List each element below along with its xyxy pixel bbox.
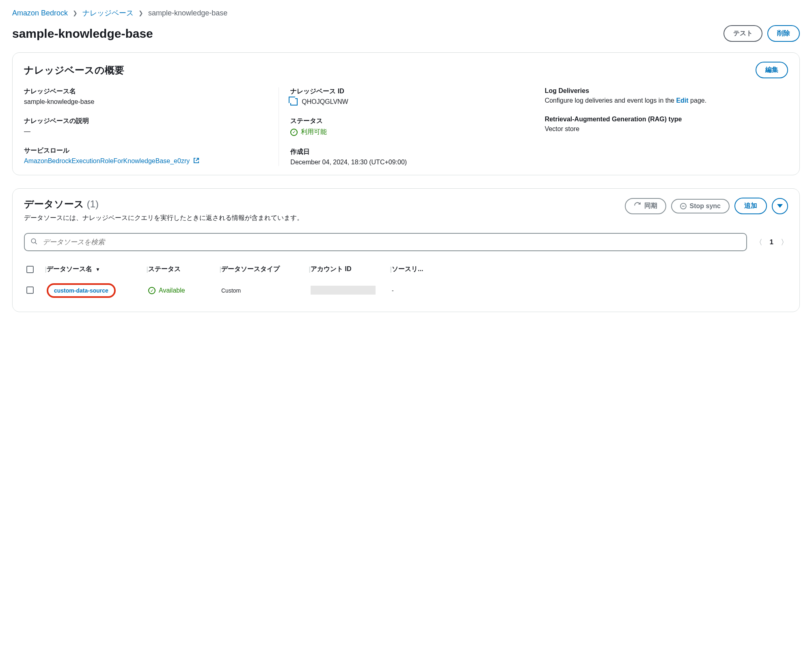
test-button[interactable]: テスト bbox=[723, 25, 762, 42]
actions-menu-button[interactable] bbox=[772, 198, 788, 214]
rag-type-label: Retrieval-Augmented Generation (RAG) typ… bbox=[545, 116, 780, 123]
status-label: ステータス bbox=[290, 117, 525, 125]
col-name[interactable]: データソース名 ▼| bbox=[47, 265, 148, 274]
row-source: - bbox=[392, 287, 432, 294]
select-all-checkbox[interactable] bbox=[26, 266, 34, 273]
add-button[interactable]: 追加 bbox=[734, 198, 767, 214]
datasource-title: データソース (1) bbox=[24, 198, 620, 211]
row-type: Custom bbox=[221, 287, 311, 294]
service-role-link[interactable]: AmazonBedrockExecutionRoleForKnowledgeBa… bbox=[24, 157, 199, 164]
datasource-count: (1) bbox=[87, 198, 99, 209]
kb-id-value: QHOJQGLVNW bbox=[302, 98, 348, 106]
sort-desc-icon: ▼ bbox=[95, 267, 100, 272]
highlight-annotation: custom-data-source bbox=[47, 283, 116, 298]
chevron-right-icon: ❯ bbox=[73, 10, 78, 16]
edit-button[interactable]: 編集 bbox=[756, 62, 788, 78]
breadcrumb-current: sample-knowledge-base bbox=[148, 9, 227, 17]
col-type[interactable]: データソースタイプ| bbox=[221, 265, 311, 274]
col-status[interactable]: ステータス| bbox=[148, 265, 221, 274]
page-header: sample-knowledge-base テスト 削除 bbox=[12, 25, 800, 42]
col-source[interactable]: ソースリ... bbox=[392, 265, 432, 274]
overview-title: ナレッジベースの概要 bbox=[24, 64, 124, 77]
kb-id-label: ナレッジベース ID bbox=[290, 87, 525, 96]
search-input[interactable] bbox=[43, 238, 741, 246]
breadcrumb-root[interactable]: Amazon Bedrock bbox=[12, 9, 68, 17]
table-header: | データソース名 ▼| ステータス| データソースタイプ| アカウント ID|… bbox=[24, 260, 788, 278]
log-edit-link[interactable]: Edit bbox=[676, 97, 688, 104]
svg-line-1 bbox=[35, 242, 37, 244]
datasource-description: データソースには、ナレッジベースにクエリを実行したときに返される情報が含まれてい… bbox=[24, 214, 620, 222]
kb-desc-value: — bbox=[24, 128, 270, 135]
datasource-panel: データソース (1) データソースには、ナレッジベースにクエリを実行したときに返… bbox=[12, 188, 800, 312]
kb-desc-label: ナレッジベースの説明 bbox=[24, 117, 270, 125]
log-deliveries-text: Configure log deliveries and event logs … bbox=[545, 97, 780, 104]
service-role-value: AmazonBedrockExecutionRoleForKnowledgeBa… bbox=[24, 157, 190, 164]
row-checkbox[interactable] bbox=[26, 286, 34, 294]
delete-button[interactable]: 削除 bbox=[767, 25, 800, 42]
created-value: December 04, 2024, 18:30 (UTC+09:00) bbox=[290, 159, 525, 166]
breadcrumb: Amazon Bedrock ❯ ナレッジベース ❯ sample-knowle… bbox=[12, 8, 800, 18]
account-id-redacted bbox=[311, 286, 376, 295]
external-link-icon bbox=[193, 157, 199, 165]
breadcrumb-section[interactable]: ナレッジベース bbox=[82, 8, 134, 18]
kb-name-label: ナレッジベース名 bbox=[24, 87, 270, 96]
service-role-label: サービスロール bbox=[24, 146, 270, 155]
page-next-button[interactable]: 〉 bbox=[781, 237, 788, 247]
created-label: 作成日 bbox=[290, 148, 525, 156]
page-number: 1 bbox=[770, 238, 773, 246]
row-status: Available bbox=[159, 287, 185, 294]
search-input-wrapper[interactable] bbox=[24, 233, 747, 251]
check-circle-icon: ✓ bbox=[148, 287, 155, 294]
log-deliveries-label: Log Deliveries bbox=[545, 87, 780, 95]
sync-button[interactable]: 同期 bbox=[625, 198, 666, 214]
datasource-table: | データソース名 ▼| ステータス| データソースタイプ| アカウント ID|… bbox=[24, 260, 788, 303]
refresh-icon bbox=[634, 202, 641, 211]
check-circle-icon: ✓ bbox=[290, 129, 298, 136]
stop-icon bbox=[680, 203, 687, 209]
col-account[interactable]: アカウント ID| bbox=[311, 265, 392, 274]
copy-icon[interactable] bbox=[290, 98, 298, 106]
status-value: 利用可能 bbox=[301, 128, 327, 136]
chevron-down-icon bbox=[777, 204, 783, 208]
page-title: sample-knowledge-base bbox=[12, 27, 153, 41]
kb-name-value: sample-knowledge-base bbox=[24, 98, 270, 106]
overview-panel: ナレッジベースの概要 編集 ナレッジベース名 sample-knowledge-… bbox=[12, 52, 800, 175]
pagination: 〈 1 〉 bbox=[755, 237, 788, 247]
page-prev-button[interactable]: 〈 bbox=[755, 237, 762, 247]
search-icon bbox=[30, 238, 38, 246]
chevron-right-icon: ❯ bbox=[138, 10, 143, 16]
svg-point-0 bbox=[31, 239, 36, 243]
table-row: custom-data-source ✓ Available Custom - bbox=[24, 278, 788, 303]
datasource-name-link[interactable]: custom-data-source bbox=[54, 287, 108, 294]
rag-type-value: Vector store bbox=[545, 125, 780, 133]
stop-sync-button[interactable]: Stop sync bbox=[671, 199, 730, 213]
